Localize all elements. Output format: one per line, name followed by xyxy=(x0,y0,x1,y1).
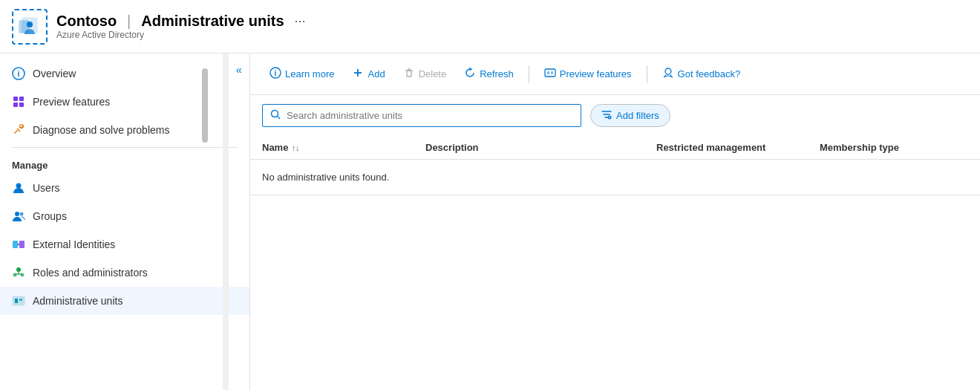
svg-point-36 xyxy=(665,68,671,74)
collapse-button[interactable]: « xyxy=(229,59,249,80)
sidebar-ext-label: External Identities xyxy=(33,238,115,250)
sidebar-roles-label: Roles and administrators xyxy=(33,267,148,279)
user-icon xyxy=(12,181,25,195)
svg-rect-30 xyxy=(407,71,411,77)
sidebar-item-roles[interactable]: Roles and administrators xyxy=(0,259,249,287)
refresh-icon xyxy=(464,67,476,81)
main-layout: « i Overview Preview xyxy=(0,53,980,390)
svg-point-12 xyxy=(15,212,19,216)
toolbar: i Learn more Add xyxy=(250,53,980,95)
sidebar-divider-1 xyxy=(12,147,238,148)
toolbar-sep-1 xyxy=(529,65,529,83)
sidebar-item-groups[interactable]: Groups xyxy=(0,202,249,230)
svg-point-2 xyxy=(27,22,33,27)
scrollbar-track xyxy=(223,53,229,390)
plus-icon xyxy=(352,67,364,81)
col-membership: Membership type xyxy=(820,142,968,153)
svg-rect-24 xyxy=(15,299,18,303)
svg-rect-14 xyxy=(13,241,18,248)
empty-state-message: No administrative units found. xyxy=(250,160,980,195)
sidebar-admin-units-label: Administrative units xyxy=(33,295,122,307)
page-title: Administrative units xyxy=(141,13,284,30)
preview-features-button[interactable]: Preview features xyxy=(537,62,639,85)
page-header: Contoso | Administrative units ··· Azure… xyxy=(0,0,980,53)
svg-rect-25 xyxy=(19,299,22,301)
roles-icon xyxy=(12,266,25,279)
filter-icon xyxy=(601,109,612,122)
sidebar-preview-label: Preview features xyxy=(33,96,110,108)
svg-rect-8 xyxy=(19,103,24,107)
add-filters-button[interactable]: Add filters xyxy=(590,104,670,127)
info-circle-icon: i xyxy=(270,67,281,81)
svg-rect-15 xyxy=(19,241,24,248)
trash-icon xyxy=(403,67,415,81)
col-description: Description xyxy=(425,142,656,153)
search-input-wrap[interactable] xyxy=(262,104,581,127)
svg-line-38 xyxy=(278,117,281,120)
group-icon xyxy=(12,209,25,223)
svg-point-11 xyxy=(16,183,22,189)
svg-rect-7 xyxy=(13,103,18,107)
content-area: i Learn more Add xyxy=(250,53,980,390)
org-icon xyxy=(12,9,48,45)
svg-text:i: i xyxy=(275,69,277,77)
search-input[interactable] xyxy=(287,110,573,121)
header-title-group: Contoso | Administrative units ··· Azure… xyxy=(56,13,306,40)
sidebar-item-admin-units[interactable]: Administrative units xyxy=(0,287,249,315)
search-icon xyxy=(270,109,281,122)
wrench-icon xyxy=(12,123,25,137)
delete-button[interactable]: Delete xyxy=(396,62,454,85)
table-header: Name ↑↓ Description Restricted managemen… xyxy=(250,136,980,160)
feedback-button[interactable]: Got feedback? xyxy=(655,62,748,85)
svg-point-17 xyxy=(16,267,21,272)
svg-point-13 xyxy=(20,212,24,216)
preview-icon xyxy=(544,67,556,81)
svg-point-37 xyxy=(272,111,278,117)
col-restricted: Restricted management xyxy=(656,142,820,153)
sidebar: « i Overview Preview xyxy=(0,53,250,390)
header-sep: | xyxy=(127,13,131,30)
svg-rect-23 xyxy=(13,296,24,305)
svg-rect-33 xyxy=(545,69,555,77)
sidebar-groups-label: Groups xyxy=(33,210,67,222)
add-button[interactable]: Add xyxy=(344,62,392,85)
header-ellipsis[interactable]: ··· xyxy=(295,13,306,29)
feedback-icon xyxy=(662,67,674,81)
learn-more-button[interactable]: i Learn more xyxy=(262,62,342,85)
svg-text:i: i xyxy=(17,69,19,78)
sidebar-item-preview-features[interactable]: Preview features xyxy=(0,88,249,116)
header-subtitle: Azure Active Directory xyxy=(56,30,306,40)
sidebar-overview-label: Overview xyxy=(33,68,76,79)
sidebar-users-label: Users xyxy=(33,182,60,194)
toolbar-sep-2 xyxy=(647,65,647,83)
admin-units-icon xyxy=(12,294,25,308)
col-name[interactable]: Name ↑↓ xyxy=(262,142,425,153)
svg-point-18 xyxy=(13,273,17,277)
sidebar-item-diagnose[interactable]: Diagnose and solve problems xyxy=(0,116,249,144)
svg-rect-34 xyxy=(547,71,549,74)
svg-rect-5 xyxy=(13,97,18,101)
external-icon xyxy=(12,238,25,251)
search-area: Add filters xyxy=(250,95,980,136)
svg-rect-35 xyxy=(551,71,553,74)
svg-rect-6 xyxy=(19,97,24,101)
svg-point-19 xyxy=(21,273,24,277)
info-icon: i xyxy=(12,67,25,80)
sidebar-item-external-identities[interactable]: External Identities xyxy=(0,230,249,259)
sidebar-item-overview[interactable]: i Overview xyxy=(0,59,249,88)
sidebar-diagnose-label: Diagnose and solve problems xyxy=(33,124,169,136)
sidebar-item-users[interactable]: Users xyxy=(0,174,249,202)
refresh-button[interactable]: Refresh xyxy=(457,62,521,85)
org-name: Contoso xyxy=(56,13,117,30)
scrollbar-thumb[interactable] xyxy=(202,68,208,143)
sort-icon-name: ↑↓ xyxy=(291,143,299,152)
manage-section-label: Manage xyxy=(0,151,249,174)
grid-icon xyxy=(12,95,25,108)
